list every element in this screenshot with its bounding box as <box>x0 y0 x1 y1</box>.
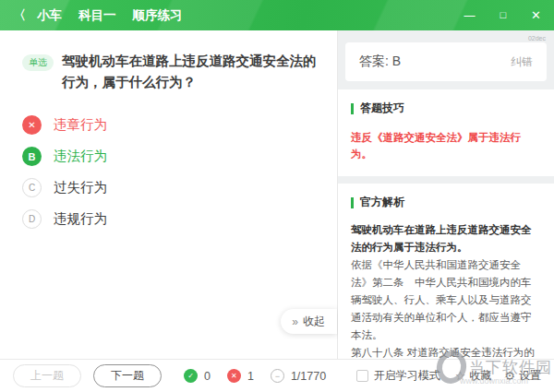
footer-right-controls: 开启学习模式 ☆ 收藏 ⚙ 设置 <box>356 368 541 384</box>
next-question-button[interactable]: 下一题 <box>93 364 162 387</box>
question-row: 单选 驾驶机动车在道路上违反道路交通安全法的行为，属于什么行为？ <box>22 51 319 93</box>
tips-content: 违反《道路交通安全法》属于违法行为。 <box>351 129 541 162</box>
footer-bar: 上一题 下一题 ✓ 0 ✕ 1 − 1/1770 开启学习模式 ☆ 收藏 ⚙ 设… <box>0 359 554 392</box>
nav-practice-mode[interactable]: 顺序练习 <box>133 7 183 24</box>
green-bar-icon <box>351 197 354 208</box>
app-window: 〈 小车 科目一 顺序练习 — □ ✕ 单选 驾驶机动车在道路上违反道路交通安全… <box>0 0 554 392</box>
maximize-icon[interactable]: □ <box>500 10 506 20</box>
correct-check-icon: ✓ <box>184 369 198 383</box>
previous-question-button[interactable]: 上一题 <box>13 364 81 387</box>
option-b-label: 违法行为 <box>54 148 107 165</box>
tips-section: 答题技巧 违反《道路交通安全法》属于违法行为。 <box>338 89 554 176</box>
option-a-label: 违章行为 <box>54 116 107 134</box>
analysis-section: 官方解析 驾驶机动车在道路上违反道路交通安全法的行为属于违法行为。 依据《中华人… <box>338 184 554 359</box>
settings-button[interactable]: 设置 <box>519 368 541 384</box>
analysis-headline: 驾驶机动车在道路上违反道路交通安全法的行为属于违法行为。 <box>351 221 541 256</box>
answer-panel: 02dec 答案: B 纠错 答题技巧 违反《道路交通安全法》属于违法行为。 官… <box>338 30 554 359</box>
back-icon[interactable]: 〈 <box>13 7 26 24</box>
answer-card: 答案: B 纠错 <box>345 42 547 81</box>
option-c-letter-icon: C <box>22 178 42 197</box>
option-d-label: 违规行为 <box>54 210 107 228</box>
analysis-paragraph-2: 第八十八条 对道路交通安全违法行为的处罚种类包括：警告、罚款、暂扣或者吊销机动车… <box>351 344 541 359</box>
gear-icon: ⚙ <box>504 369 515 383</box>
minimize-icon[interactable]: — <box>464 10 475 21</box>
window-controls: — □ ✕ <box>464 9 541 21</box>
option-a[interactable]: ✕ 违章行为 <box>22 115 319 135</box>
nav-vehicle-type[interactable]: 小车 <box>37 7 62 24</box>
option-b[interactable]: B 违法行为 <box>22 147 319 166</box>
question-text: 驾驶机动车在道路上违反道路交通安全法的行为，属于什么行为？ <box>62 51 319 93</box>
close-icon[interactable]: ✕ <box>531 9 541 21</box>
report-error-link[interactable]: 纠错 <box>511 54 533 70</box>
wrong-cross-icon: ✕ <box>22 115 42 135</box>
analysis-header: 官方解析 <box>351 195 541 210</box>
option-c-label: 过失行为 <box>54 179 107 196</box>
collapse-panel-button[interactable]: » 收起 <box>281 309 337 334</box>
analysis-title: 官方解析 <box>360 195 404 210</box>
nav-subject[interactable]: 科目一 <box>78 7 116 24</box>
wrong-count: 1 <box>247 370 254 383</box>
progress-circle-icon: − <box>271 369 284 383</box>
study-mode-label[interactable]: 开启学习模式 <box>374 368 440 384</box>
progress-counter: 1/1770 <box>291 370 326 383</box>
collapse-label: 收起 <box>303 314 325 329</box>
correct-count: 0 <box>204 370 211 383</box>
analysis-paragraph-1: 依据《中华人民共和国道路交通安全法》第二条 中华人民共和国境内的车辆驾驶人、行人… <box>351 256 541 344</box>
chevron-right-icon: » <box>292 315 297 328</box>
favorite-button[interactable]: 收藏 <box>469 368 491 384</box>
answer-value: 答案: B <box>359 53 401 70</box>
tips-header: 答题技巧 <box>351 101 541 116</box>
title-bar: 〈 小车 科目一 顺序练习 — □ ✕ <box>0 0 554 30</box>
tips-title: 答题技巧 <box>360 101 404 116</box>
green-bar-icon <box>351 103 354 114</box>
question-panel: 单选 驾驶机动车在道路上违反道路交通安全法的行为，属于什么行为？ ✕ 违章行为 … <box>0 30 338 359</box>
option-d-letter-icon: D <box>22 209 42 229</box>
correct-letter-icon: B <box>22 147 42 166</box>
question-type-badge: 单选 <box>22 54 54 71</box>
study-mode-checkbox[interactable] <box>356 370 368 382</box>
option-c[interactable]: C 过失行为 <box>22 178 319 197</box>
main-content: 单选 驾驶机动车在道路上违反道路交通安全法的行为，属于什么行为？ ✕ 违章行为 … <box>0 30 554 359</box>
corner-watermark-text: 02dec <box>528 35 546 42</box>
option-d[interactable]: D 违规行为 <box>22 209 319 229</box>
options-list: ✕ 违章行为 B 违法行为 C 过失行为 D 违规行为 <box>22 115 319 229</box>
star-icon: ☆ <box>455 369 466 383</box>
wrong-cross-icon: ✕ <box>227 369 241 383</box>
score-counters: ✓ 0 ✕ 1 − 1/1770 <box>184 369 326 383</box>
